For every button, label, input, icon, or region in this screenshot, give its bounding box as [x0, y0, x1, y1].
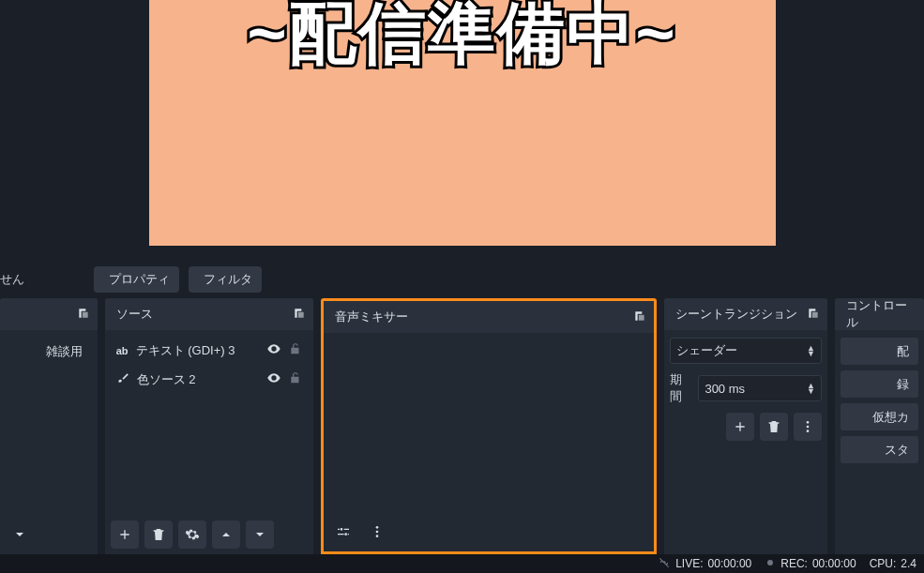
source-item[interactable]: ab テキスト (GDI+) 3: [111, 338, 308, 363]
rec-status: REC: 00:00:00: [765, 557, 856, 571]
properties-button[interactable]: プロパティ: [94, 266, 179, 293]
studio-mode-button[interactable]: スタ: [841, 436, 918, 463]
popout-icon[interactable]: [293, 307, 306, 323]
svg-point-7: [807, 430, 810, 432]
svg-point-5: [807, 421, 810, 424]
text-icon: ab: [116, 345, 129, 356]
eye-icon[interactable]: [266, 370, 281, 388]
mixer-body: [324, 333, 654, 512]
source-item[interactable]: 色ソース 2: [111, 367, 308, 392]
move-up-button[interactable]: [212, 520, 240, 549]
preview-overlay-text: ~配信準備中~: [149, 0, 776, 79]
move-down-button[interactable]: [246, 520, 274, 549]
duration-value: 300 ms: [704, 382, 807, 396]
controls-body: 配 録 仮想カ スタ: [835, 330, 924, 554]
status-bar: LIVE: 00:00:00 REC: 00:00:00 CPU: 2.4: [0, 554, 924, 573]
start-recording-button[interactable]: 録: [841, 370, 918, 398]
mixer-header[interactable]: 音声ミキサー: [324, 301, 654, 333]
filters-button-label: フィルタ: [204, 271, 252, 288]
eye-icon[interactable]: [266, 341, 281, 359]
context-toolbar: せん プロパティ フィルタ: [0, 261, 924, 298]
spinner-arrows-icon: ▲▼: [807, 383, 815, 394]
popout-icon[interactable]: [807, 307, 820, 323]
transition-select[interactable]: シェーダー ▲▼: [670, 338, 822, 364]
docks-row: 雑談用 ソース ab テキスト (GDI+) 3: [0, 298, 924, 554]
mixer-title: 音声ミキサー: [335, 309, 633, 325]
chevron-down-icon[interactable]: [6, 520, 34, 549]
popout-icon[interactable]: [77, 307, 90, 323]
controls-title: コントロール: [846, 298, 916, 331]
source-label: 色ソース 2: [137, 371, 259, 388]
virtual-camera-button[interactable]: 仮想カ: [841, 403, 918, 430]
cpu-status: CPU: 2.4: [870, 557, 916, 570]
transition-selected: シェーダー: [676, 342, 807, 359]
advanced-audio-button[interactable]: [329, 518, 357, 546]
svg-point-3: [376, 531, 379, 534]
properties-button-label: プロパティ: [109, 271, 170, 288]
cpu-value: 2.4: [901, 557, 916, 570]
brush-icon: [116, 371, 129, 387]
stream-off-icon: [658, 556, 671, 572]
record-off-icon: [765, 557, 776, 571]
duration-label: 期間: [670, 371, 692, 405]
scenes-list[interactable]: 雑談用: [0, 330, 98, 515]
scenes-footer: [0, 515, 98, 554]
svg-point-4: [376, 535, 379, 537]
cpu-label: CPU:: [870, 557, 897, 570]
sources-header[interactable]: ソース: [105, 298, 313, 330]
rec-label: REC:: [780, 557, 808, 570]
settings-button[interactable]: [178, 520, 206, 549]
preview-canvas[interactable]: ~配信準備中~: [149, 0, 776, 246]
sources-dock: ソース ab テキスト (GDI+) 3 色ソース 2: [105, 298, 313, 554]
svg-point-8: [767, 560, 773, 565]
scene-item[interactable]: 雑談用: [6, 338, 92, 366]
transitions-dock: シーントランジション シェーダー ▲▼ 期間 300 ms ▲▼: [664, 298, 827, 554]
sources-list[interactable]: ab テキスト (GDI+) 3 色ソース 2: [105, 330, 313, 515]
scenes-dock: 雑談用: [0, 298, 98, 554]
preview-area[interactable]: ~配信準備中~: [0, 0, 924, 261]
transitions-header[interactable]: シーントランジション: [664, 298, 827, 330]
start-streaming-button[interactable]: 配: [841, 338, 918, 365]
source-label: テキスト (GDI+) 3: [136, 342, 260, 359]
controls-dock: コントロール 配 録 仮想カ スタ: [835, 298, 924, 554]
transition-menu-button[interactable]: [794, 413, 822, 441]
unlock-icon[interactable]: [289, 371, 302, 387]
live-time: 00:00:00: [708, 557, 752, 570]
rec-time: 00:00:00: [812, 557, 856, 570]
mixer-menu-button[interactable]: [363, 518, 391, 546]
transitions-title: シーントランジション: [675, 306, 807, 323]
unlock-icon[interactable]: [289, 342, 302, 358]
controls-header[interactable]: コントロール: [835, 298, 924, 330]
duration-spinner[interactable]: 300 ms ▲▼: [698, 375, 822, 401]
live-status: LIVE: 00:00:00: [658, 556, 751, 572]
filters-button[interactable]: フィルタ: [189, 266, 262, 293]
remove-button[interactable]: [144, 520, 173, 549]
transitions-body: シェーダー ▲▼ 期間 300 ms ▲▼: [664, 330, 827, 554]
sources-footer: [105, 515, 313, 554]
live-label: LIVE:: [675, 557, 703, 570]
mixer-footer: [324, 512, 654, 551]
misc-text: せん: [0, 271, 84, 288]
select-arrows-icon: ▲▼: [807, 345, 815, 356]
svg-point-6: [807, 426, 810, 429]
sources-title: ソース: [116, 306, 293, 323]
svg-point-2: [376, 526, 379, 529]
add-button[interactable]: [111, 520, 139, 549]
popout-icon[interactable]: [633, 309, 646, 325]
audio-mixer-dock: 音声ミキサー: [321, 298, 657, 554]
scenes-header[interactable]: [0, 298, 98, 330]
add-transition-button[interactable]: [726, 413, 754, 441]
remove-transition-button[interactable]: [760, 413, 788, 441]
